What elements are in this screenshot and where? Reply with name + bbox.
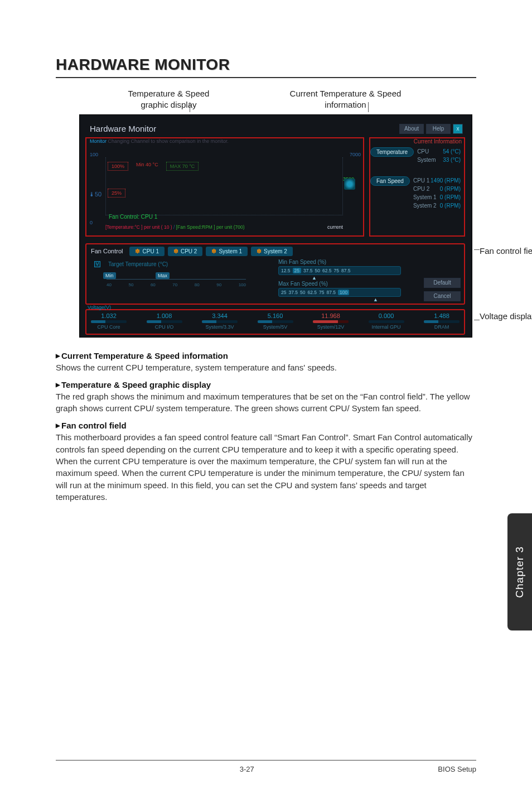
graph-current-label: current <box>327 224 343 230</box>
volt-bar <box>258 320 293 323</box>
kv-val: 0 (RPM) <box>440 203 461 209</box>
opt[interactable]: 62.5 <box>322 268 332 273</box>
kv-val: 0 (RPM) <box>440 194 461 200</box>
volt-name: System/12V <box>317 324 345 330</box>
kv-row: System33 (°C) <box>417 156 462 164</box>
fanspeed-pill[interactable]: Fan Speed <box>370 176 410 186</box>
fan-icon: ✽ <box>211 248 216 255</box>
volt-num: 11.968 <box>321 312 340 319</box>
callout-frame-fan: Fan Control ✽CPU 1 ✽CPU 2 ✽System 1 ✽Sys… <box>85 243 465 305</box>
triangle-icon: ▶ <box>56 422 60 429</box>
max-fan-selector[interactable]: 25 37.5 50 62.5 75 87.5 100 <box>278 288 401 297</box>
kv-row: CPU 11490 (RPM) <box>413 176 462 185</box>
volt-bar <box>313 320 349 323</box>
volt-num: 0.000 <box>379 312 394 319</box>
pointer-line-right <box>368 102 369 112</box>
fan-action-buttons: Default Cancel <box>424 278 461 301</box>
opt-selected[interactable]: 100 <box>338 290 349 295</box>
section-para-3: This motherboard provides a fan speed co… <box>56 431 476 503</box>
tab-cpu2[interactable]: ✽CPU 2 <box>168 247 202 256</box>
opt-selected[interactable]: 25 <box>293 268 301 273</box>
voltage-header: Voltage(V) <box>88 305 111 310</box>
close-button[interactable]: x <box>453 124 463 134</box>
cancel-button[interactable]: Cancel <box>424 291 461 301</box>
opt[interactable]: 37.5 <box>303 268 313 273</box>
tab-label: System 2 <box>264 248 287 254</box>
box-100: 100% <box>108 162 128 171</box>
opt[interactable]: 75 <box>319 290 324 295</box>
fan-control-label: Fan Control <box>91 248 123 254</box>
kv-key: System 1 <box>413 194 437 200</box>
opt[interactable]: 25 <box>281 290 286 295</box>
section-heading-3: ▶Fan control field <box>56 421 476 430</box>
side-label-fan: Fan control field <box>480 246 532 257</box>
help-button[interactable]: Help <box>426 124 451 134</box>
heading-text: Fan control field <box>61 421 127 430</box>
voltage-col: 1.008CPU I/O <box>147 312 182 330</box>
tab-system1[interactable]: ✽System 1 <box>206 247 248 256</box>
opt[interactable]: 87.5 <box>327 290 336 295</box>
slider-min-handle[interactable]: Min <box>103 272 116 279</box>
about-button[interactable]: About <box>399 124 424 134</box>
callout-frame-voltage: Voltage(V) 1.032CPU Core 1.008CPU I/O 3.… <box>85 309 465 335</box>
target-temp-label: Target Temperature (°C) <box>108 261 168 267</box>
voltage-columns: 1.032CPU Core 1.008CPU I/O 3.344System/3… <box>86 310 464 332</box>
section-heading-1: ▶Current Temperature & Speed information <box>56 351 476 360</box>
volt-name: CPU I/O <box>155 324 174 330</box>
kv-val: 0 (RPM) <box>440 186 461 192</box>
kv-row: CPU 20 (RPM) <box>413 185 462 193</box>
tab-system2[interactable]: ✽System 2 <box>251 247 293 256</box>
slider-max-handle[interactable]: Max <box>156 272 170 279</box>
triangle-icon: ▶ <box>56 382 60 388</box>
tick: 70 <box>172 282 177 287</box>
default-button[interactable]: Default <box>424 278 461 288</box>
graph-footer: [Temperature:°C ] per unit ( 10 ) / [Fan… <box>105 224 245 230</box>
tab-cpu1[interactable]: ✽CPU 1 <box>129 247 164 256</box>
max-fan-label: Max Fan Speed (%) <box>278 281 401 287</box>
opt[interactable]: 12.5 <box>281 268 291 273</box>
min-temp-label: Min 40 °C <box>136 162 158 171</box>
page-title: HARDWARE MONITOR <box>56 56 476 78</box>
footer-page-number: 3-27 <box>240 765 254 773</box>
opt[interactable]: 75 <box>334 268 339 273</box>
kv-val: 1490 (RPM) <box>431 177 461 184</box>
kv-key: CPU 1 <box>413 177 429 184</box>
max-arrow-icon: ▲ <box>373 297 401 302</box>
opt[interactable]: 50 <box>300 290 305 295</box>
leader-line-voltage <box>474 320 480 320</box>
y-left-top: 100 <box>90 152 98 157</box>
tab-label: CPU 1 <box>142 248 158 254</box>
side-label-voltage: Voltage display <box>480 311 532 322</box>
tick: 100 <box>239 282 246 287</box>
y-mid-icon: 🌡50 <box>89 191 101 198</box>
opt[interactable]: 50 <box>315 268 320 273</box>
min-arrow-icon: ▲ <box>312 275 401 281</box>
voltage-col: 11.968System/12V <box>313 312 349 330</box>
slider-ticks: 40 50 60 70 80 90 100 <box>107 282 246 287</box>
volt-num: 5.160 <box>268 312 283 319</box>
figure-wrap: Hardware Monitor About Help x Monitor Ch… <box>56 114 476 338</box>
min-fan-selector[interactable]: 12.5 25 37.5 50 62.5 75 87.5 <box>278 266 401 275</box>
min-fan-label: Min Fan Speed (%) <box>278 259 401 265</box>
target-temp-slider[interactable]: Min Max 40 50 60 70 80 90 100 <box>107 273 246 286</box>
section-para-1: Shows the current CPU temperature, syste… <box>56 362 476 373</box>
opt[interactable]: 62.5 <box>307 290 317 295</box>
opt[interactable]: 87.5 <box>341 268 351 273</box>
fan-icon: ✽ <box>257 248 262 255</box>
temperature-pill[interactable]: Temperature <box>370 147 414 157</box>
kv-row: System 20 (RPM) <box>413 201 462 210</box>
window-buttons: About Help x <box>399 124 463 134</box>
kv-key: System 2 <box>413 203 437 209</box>
kv-row: System 10 (RPM) <box>413 193 462 201</box>
graph-legend: Fan Control: CPU 1 <box>109 214 157 220</box>
info-fanspeed: Fan Speed CPU 11490 (RPM) CPU 20 (RPM) S… <box>370 176 462 210</box>
voltage-col: 3.344System/3.3V <box>202 312 238 330</box>
tick: 80 <box>195 282 200 287</box>
caption-right: Current Temperature & Speed information <box>287 88 404 111</box>
target-temp-checkbox[interactable]: V <box>94 261 100 267</box>
tab-label: CPU 2 <box>181 248 197 254</box>
y-right-top: 7000 <box>350 152 361 157</box>
opt[interactable]: 37.5 <box>288 290 298 295</box>
fan-icon <box>344 179 355 190</box>
caption-left: Temperature & Speed graphic display <box>128 88 210 111</box>
